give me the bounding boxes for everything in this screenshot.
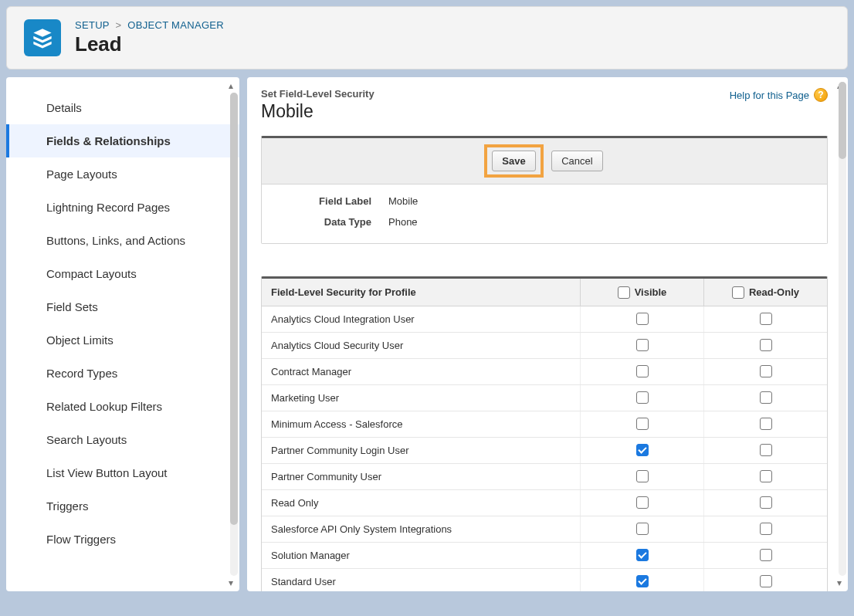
sidebar-item[interactable]: Page Layouts <box>6 157 239 191</box>
readonly-checkbox[interactable] <box>760 523 772 535</box>
readonly-cell <box>703 569 827 591</box>
breadcrumb-separator: > <box>116 19 122 31</box>
section-subtitle: Set Field-Level Security <box>261 88 374 100</box>
scroll-up-icon[interactable]: ▴ <box>225 80 236 91</box>
save-highlight: Save <box>484 144 543 178</box>
readonly-checkbox[interactable] <box>760 313 772 325</box>
select-all-visible-checkbox[interactable] <box>618 286 630 299</box>
visible-checkbox[interactable] <box>636 549 649 561</box>
sidebar-item[interactable]: Flow Triggers <box>6 523 239 556</box>
visible-cell <box>580 464 703 489</box>
visible-checkbox[interactable] <box>636 391 649 404</box>
sidebar-item[interactable]: Search Layouts <box>6 423 239 456</box>
readonly-cell <box>703 438 827 463</box>
visible-cell <box>580 543 703 568</box>
breadcrumb-setup[interactable]: SETUP <box>75 19 110 31</box>
main-panel: ▴ ▾ Set Field-Level Security Mobile Help… <box>247 77 848 591</box>
save-button[interactable]: Save <box>492 151 535 171</box>
help-link[interactable]: Help for this Page ? <box>730 88 828 102</box>
visible-checkbox[interactable] <box>636 523 649 535</box>
visible-cell <box>580 333 703 358</box>
readonly-checkbox[interactable] <box>760 470 772 482</box>
header-visible: Visible <box>580 279 703 306</box>
object-icon <box>24 19 61 56</box>
sidebar-item[interactable]: Object Limits <box>6 323 239 357</box>
visible-checkbox[interactable] <box>636 339 649 351</box>
readonly-checkbox[interactable] <box>760 496 772 509</box>
visible-checkbox[interactable] <box>636 444 649 456</box>
readonly-checkbox[interactable] <box>760 339 772 351</box>
visible-checkbox[interactable] <box>636 418 649 430</box>
profile-name: Marketing User <box>262 385 580 411</box>
detail-block: Save Cancel Field Label Mobile Data Type… <box>261 136 828 244</box>
profile-name: Minimum Access - Salesforce <box>262 411 580 437</box>
visible-cell <box>580 411 703 437</box>
readonly-cell <box>703 411 827 437</box>
profile-name: Standard User <box>262 569 580 591</box>
profile-name: Read Only <box>262 490 580 516</box>
visible-cell <box>580 490 703 516</box>
visible-checkbox[interactable] <box>636 470 649 482</box>
scroll-down-icon[interactable]: ▾ <box>225 577 236 588</box>
table-row: Standard User <box>262 569 827 591</box>
sidebar-item[interactable]: Record Types <box>6 357 239 390</box>
profile-name: Analytics Cloud Security User <box>262 333 580 358</box>
header-readonly: Read-Only <box>703 279 827 306</box>
visible-cell <box>580 569 703 591</box>
section-title: Mobile <box>261 101 374 122</box>
scrollbar-thumb[interactable] <box>839 82 846 159</box>
readonly-checkbox[interactable] <box>760 575 772 587</box>
help-link-label: Help for this Page <box>730 90 809 101</box>
page-header: SETUP > OBJECT MANAGER Lead <box>6 6 848 69</box>
readonly-checkbox[interactable] <box>760 365 772 377</box>
table-header: Field-Level Security for Profile Visible… <box>262 279 827 306</box>
breadcrumb: SETUP > OBJECT MANAGER <box>75 19 224 31</box>
table-row: Minimum Access - Salesforce <box>262 411 827 438</box>
profile-name: Partner Community User <box>262 464 580 489</box>
profile-name: Partner Community Login User <box>262 438 580 463</box>
sidebar-item[interactable]: List View Button Layout <box>6 456 239 489</box>
data-type-key: Data Type <box>273 216 388 228</box>
sidebar-item[interactable]: Lightning Record Pages <box>6 191 239 224</box>
scroll-down-icon[interactable]: ▾ <box>834 577 845 588</box>
field-label-key: Field Label <box>273 195 388 207</box>
sidebar-item[interactable]: Compact Layouts <box>6 257 239 290</box>
visible-checkbox[interactable] <box>636 313 649 325</box>
sidebar-item[interactable]: Details <box>6 91 239 124</box>
field-label-value: Mobile <box>388 195 418 207</box>
visible-cell <box>580 306 703 332</box>
table-row: Partner Community User <box>262 464 827 490</box>
table-row: Marketing User <box>262 385 827 411</box>
sidebar-item[interactable]: Related Lookup Filters <box>6 390 239 423</box>
table-row: Analytics Cloud Integration User <box>262 306 827 333</box>
sidebar-item[interactable]: Fields & Relationships <box>6 124 239 157</box>
readonly-checkbox[interactable] <box>760 418 772 430</box>
profile-name: Solution Manager <box>262 543 580 568</box>
visible-checkbox[interactable] <box>636 365 649 377</box>
sidebar-item[interactable]: Buttons, Links, and Actions <box>6 224 239 257</box>
page-title: Lead <box>75 32 224 56</box>
visible-checkbox[interactable] <box>636 496 649 509</box>
table-row: Solution Manager <box>262 543 827 569</box>
profile-name: Analytics Cloud Integration User <box>262 306 580 332</box>
readonly-cell <box>703 333 827 358</box>
sidebar: ▴ ▾ DetailsFields & RelationshipsPage La… <box>6 77 239 591</box>
readonly-cell <box>703 464 827 489</box>
visible-cell <box>580 359 703 384</box>
readonly-checkbox[interactable] <box>760 444 772 456</box>
breadcrumb-object-manager[interactable]: OBJECT MANAGER <box>127 19 224 31</box>
visible-checkbox[interactable] <box>636 575 649 587</box>
sidebar-item[interactable]: Triggers <box>6 489 239 523</box>
scrollbar-thumb[interactable] <box>230 93 238 525</box>
data-type-value: Phone <box>388 216 418 228</box>
sidebar-item[interactable]: Field Sets <box>6 290 239 323</box>
readonly-checkbox[interactable] <box>760 549 772 561</box>
profile-name: Salesforce API Only System Integrations <box>262 516 580 542</box>
header-profile: Field-Level Security for Profile <box>262 279 580 306</box>
readonly-cell <box>703 385 827 411</box>
table-row: Salesforce API Only System Integrations <box>262 516 827 543</box>
select-all-readonly-checkbox[interactable] <box>732 286 744 299</box>
cancel-button[interactable]: Cancel <box>551 151 602 171</box>
readonly-checkbox[interactable] <box>760 391 772 404</box>
button-bar: Save Cancel <box>262 138 827 184</box>
